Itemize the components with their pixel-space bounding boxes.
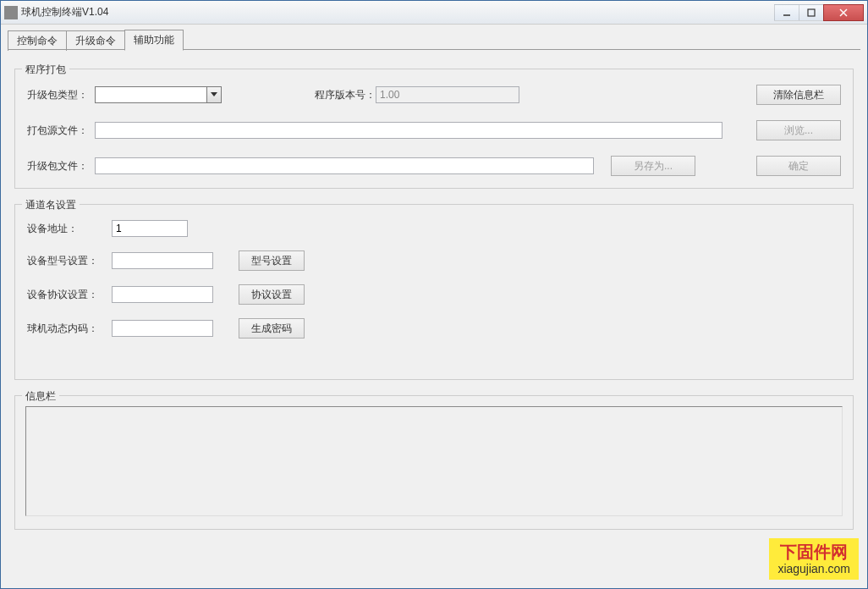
clear-info-button[interactable]: 清除信息栏 [756, 85, 841, 105]
browse-button[interactable]: 浏览... [756, 120, 841, 140]
dev-proto-label: 设备协议设置： [27, 288, 112, 302]
gen-password-button[interactable]: 生成密码 [239, 318, 305, 339]
version-label: 程序版本号： [315, 88, 376, 102]
dev-proto-input[interactable] [112, 286, 213, 303]
saveas-button[interactable]: 另存为... [611, 156, 695, 176]
info-textarea[interactable] [25, 406, 843, 516]
window-controls [775, 4, 864, 21]
dev-model-label: 设备型号设置： [27, 254, 112, 268]
pkg-file-input[interactable] [95, 157, 594, 174]
group-channel-title: 通道名设置 [22, 198, 80, 212]
svg-rect-1 [808, 9, 815, 16]
pkg-type-select[interactable] [95, 86, 222, 103]
minimize-button[interactable] [774, 4, 799, 21]
titlebar: 球机控制终端V1.04 [1, 1, 867, 25]
app-icon [4, 6, 18, 19]
group-info: 信息栏 [14, 395, 854, 530]
maximize-button[interactable] [799, 4, 824, 21]
watermark-url: xiagujian.com [777, 562, 850, 576]
ok-button[interactable]: 确定 [756, 156, 841, 176]
dev-addr-label: 设备地址： [27, 222, 112, 236]
tab-control[interactable]: 控制命令 [8, 30, 66, 51]
client-area: 控制命令 升级命令 辅助功能 程序打包 升级包类型： 程序版本号： 清除信息栏 … [1, 25, 867, 588]
pkg-file-label: 升级包文件： [27, 159, 95, 173]
window-title: 球机控制终端V1.04 [21, 5, 775, 19]
dev-model-input[interactable] [112, 252, 213, 269]
dome-code-label: 球机动态内码： [27, 322, 112, 336]
proto-settings-button[interactable]: 协议设置 [239, 284, 305, 305]
src-file-label: 打包源文件： [27, 124, 95, 138]
tab-bar: 控制命令 升级命令 辅助功能 [8, 30, 860, 50]
watermark-text: 下固件网 [777, 542, 850, 562]
tab-auxiliary[interactable]: 辅助功能 [124, 30, 184, 51]
group-info-title: 信息栏 [22, 389, 59, 404]
chevron-down-icon [206, 87, 221, 102]
version-input [376, 86, 519, 103]
pkg-type-label: 升级包类型： [27, 88, 95, 102]
dome-code-input[interactable] [112, 320, 213, 337]
dev-addr-input[interactable] [112, 220, 188, 237]
group-pack-title: 程序打包 [22, 63, 69, 77]
tab-upgrade[interactable]: 升级命令 [66, 30, 124, 51]
group-channel-settings: 通道名设置 设备地址： 设备型号设置： 型号设置 设备协议设置： 协议设置 球机… [14, 204, 854, 380]
close-button[interactable] [823, 4, 864, 21]
src-file-input[interactable] [95, 122, 722, 139]
group-program-pack: 程序打包 升级包类型： 程序版本号： 清除信息栏 打包源文件： 浏览... [14, 69, 854, 189]
main-window: 球机控制终端V1.04 控制命令 升级命令 辅助功能 程序打包 升级包类型： 程… [0, 0, 868, 589]
model-settings-button[interactable]: 型号设置 [239, 250, 305, 271]
watermark: 下固件网 xiagujian.com [769, 538, 859, 580]
